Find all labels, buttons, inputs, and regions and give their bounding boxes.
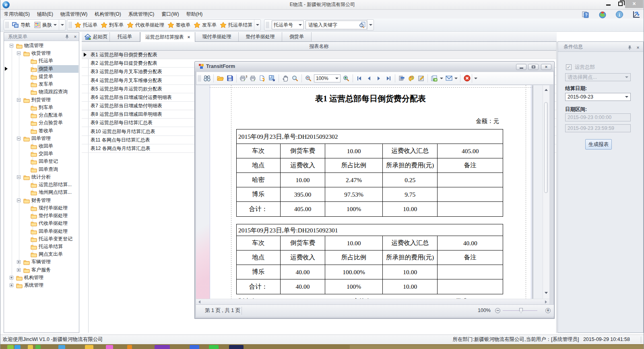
menu-item-7[interactable]: 帮助(H) [183,10,206,18]
hand-button[interactable] [281,74,290,83]
toolbar-overflow-button[interactable] [472,74,479,83]
taskbar-app-icon[interactable] [35,345,41,349]
tab-托运单[interactable]: 托运单 [110,32,140,41]
collapse-icon[interactable] [10,44,13,47]
scrollbar-thumb[interactable] [544,102,548,193]
prev-page-button[interactable] [364,74,374,83]
globe-icon[interactable] [599,10,607,18]
report-chart-icon[interactable] [632,10,640,18]
collapse-icon[interactable] [17,51,21,55]
taskbar-app-icon[interactable] [85,345,93,349]
taskbar-app-icon[interactable] [7,345,14,349]
watermark-button[interactable] [416,74,426,83]
zoom-select[interactable]: 100% [314,74,341,82]
tree-item[interactable]: 回单登记 [4,158,79,165]
send-email-dropdown[interactable] [454,74,458,83]
favorite-button-1[interactable]: 托运单 [73,20,99,30]
preview-horizontal-scrollbar[interactable] [196,299,549,304]
scroll-right-icon[interactable] [545,300,547,304]
toolbar-overflow-button[interactable] [59,20,65,30]
save-button[interactable] [225,74,235,83]
tree-item[interactable]: 网点支出单 [4,250,79,258]
expand-icon[interactable] [17,260,21,264]
favorite-button-2[interactable]: 到车单 [99,20,125,30]
collapse-icon[interactable] [17,175,21,179]
search-input[interactable]: 请输入关键字 [305,21,367,29]
skin-button[interactable]: 换肤 [32,20,59,30]
zoom-out-button[interactable]: − [495,308,500,313]
report-list-row[interactable]: 表1 运营总部每日倒货费分配表 [82,51,556,59]
search-icon[interactable] [359,22,365,28]
favorite-button-6[interactable]: 托运单结算 [218,20,254,30]
tree-item[interactable]: 到货管理 [4,96,79,104]
taskbar-app-icon[interactable] [209,345,219,349]
transitform-titlebar[interactable]: TransitForm × [195,62,554,71]
taskbar-app-icon[interactable] [190,345,199,349]
tree-item[interactable]: 分点验货单 [4,119,79,127]
restore-button[interactable] [615,0,626,8]
taskbar-app-icon[interactable] [229,345,244,349]
zoom-in-button[interactable] [341,74,351,83]
tree-item[interactable]: 提货单 [4,73,79,80]
range-start-input[interactable]: 2015-09-23 0:00:00 [565,113,631,121]
taskbar-window-button[interactable] [350,345,644,349]
taskbar-app-icon[interactable] [106,345,113,349]
tree-item[interactable]: 交回单 [4,150,79,158]
zoom-slider-thumb[interactable] [519,308,523,313]
pin-icon[interactable] [64,34,70,39]
export-file-dropdown[interactable] [439,74,444,83]
tab-垫付单据处理[interactable]: 垫付单据处理 [239,32,282,41]
network-select[interactable]: 请选择网点... [565,73,631,81]
zoom-slider[interactable] [503,310,537,311]
transitform-maximize-button[interactable] [528,64,539,70]
tree-item[interactable]: 收货管理 [4,49,79,57]
pin-icon[interactable] [627,45,632,50]
settle-date-select[interactable]: 2015-09-23 [565,93,631,101]
tree-item[interactable]: 倒货单 [4,65,79,73]
favorite-button-3[interactable]: 代收单据处理 [125,20,166,30]
tree-item[interactable]: 托运单 [4,57,79,65]
map-button[interactable] [397,74,407,83]
tree-item[interactable]: 机构管理 [4,274,79,281]
range-end-input[interactable]: 2015-09-23 23:59:59 [565,124,631,132]
tree-item[interactable]: 客户服务 [4,266,79,274]
collapse-icon[interactable] [17,137,21,140]
find-button[interactable] [202,74,212,83]
taskbar-app-icon[interactable] [58,345,65,349]
tree-item[interactable]: 垫付单据处理 [4,212,79,220]
close-report-button[interactable] [462,74,472,83]
last-page-button[interactable] [384,74,393,83]
collapse-icon[interactable] [17,199,21,202]
tree-item[interactable]: 物流跟踪查询 [4,88,79,96]
taskbar-app-icon[interactable] [14,345,21,349]
zoom-in-button[interactable]: + [545,308,551,313]
preview-vertical-scrollbar[interactable] [543,85,549,299]
menu-item-4[interactable]: 机构管理(O) [91,10,124,18]
background-button[interactable] [407,74,416,83]
tree-item[interactable]: 回单管理 [4,135,79,142]
search-overflow-button[interactable] [367,20,374,30]
scroll-up-icon[interactable] [545,89,548,91]
search-category-select[interactable]: 托运单号 [272,21,304,29]
tab-起始页[interactable]: 起始页 [83,32,110,41]
tree-item[interactable]: 分点配送单 [4,111,79,119]
help-doc-icon[interactable]: ? [582,10,590,18]
tree-item[interactable]: 车辆管理 [4,258,79,266]
tree-item[interactable]: 到车单 [4,104,79,111]
favorite-button-5[interactable]: 发车单 [192,20,218,30]
tree-item[interactable]: 现付单据处理 [4,204,79,212]
send-email-button[interactable] [444,74,454,83]
print-button[interactable] [248,74,258,83]
expand-icon[interactable] [10,276,13,279]
close-button[interactable]: × [625,0,643,8]
expand-icon[interactable] [10,283,13,287]
tab-close-icon[interactable]: × [188,35,190,39]
tree-item[interactable]: 发车单 [4,80,79,88]
expand-icon[interactable] [17,268,21,272]
tree-item[interactable]: 收回单 [4,142,79,150]
favorites-overflow-button[interactable] [254,20,260,30]
tree-item[interactable]: 系统管理 [4,281,79,289]
tree-item[interactable]: 运营总部结算... [4,181,79,189]
tree-item[interactable]: 地州网点结算... [4,189,79,196]
info-icon[interactable]: i [615,10,623,18]
